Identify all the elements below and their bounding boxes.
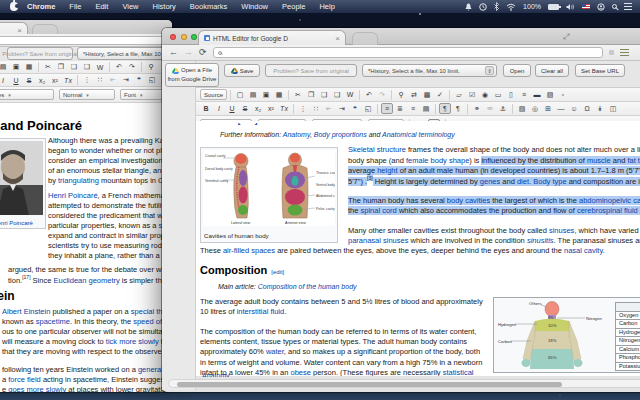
copy-icon[interactable]: ❐ <box>305 89 317 100</box>
paste-word-icon[interactable]: W <box>94 62 106 73</box>
image-button-icon[interactable]: ▨ <box>544 89 556 100</box>
textarea-icon[interactable]: ▯ <box>505 89 517 100</box>
undo-icon[interactable]: ↶ <box>113 62 125 73</box>
paste-text-icon[interactable]: ❑ <box>81 62 93 73</box>
scrollbar-thumb[interactable] <box>177 382 562 387</box>
cut-icon[interactable]: ✂ <box>42 62 54 73</box>
special-char-icon[interactable]: Ω <box>581 103 593 114</box>
underline-icon[interactable]: U <box>226 103 238 114</box>
volume-icon[interactable] <box>566 3 575 11</box>
outdent-icon[interactable]: ⇤ <box>107 75 119 86</box>
redo-icon[interactable]: ↷ <box>126 62 138 73</box>
remove-format-icon[interactable]: Tx <box>278 103 290 114</box>
strike-icon[interactable]: S <box>239 103 251 114</box>
select-field-icon[interactable]: ≡ <box>518 89 530 100</box>
checkbox-icon[interactable]: ☑ <box>466 89 478 100</box>
redo-icon[interactable]: ↷ <box>376 89 388 100</box>
reload-icon[interactable]: ⟳ <box>199 48 207 57</box>
bidi-rtl-icon[interactable]: ¶ <box>452 103 464 114</box>
smiley-icon[interactable]: ☺ <box>568 103 580 114</box>
find-icon[interactable]: ⚲ <box>145 62 157 73</box>
numbered-list-icon[interactable]: ⋮ <box>297 103 309 114</box>
clock-icon[interactable] <box>479 3 487 11</box>
bg-problem-save-button[interactable]: Problem? Save from original <box>7 47 73 60</box>
bg-history-select[interactable]: *History, Select a file, Max 10 limit. <box>77 47 167 60</box>
fg-new-tab-button[interactable] <box>352 32 378 45</box>
problem-save-original-button[interactable]: Problem? Save from original <box>265 64 357 77</box>
cut-icon[interactable]: ✂ <box>292 89 304 100</box>
templates-icon[interactable]: ▦ <box>273 89 285 100</box>
align-left-icon[interactable]: ≡ <box>381 103 393 114</box>
back-icon[interactable]: ← <box>169 48 178 57</box>
paste-text-icon[interactable]: ❑ <box>331 89 343 100</box>
justify-icon[interactable]: ▤ <box>420 103 432 114</box>
hidden-field-icon[interactable]: ▫ <box>557 89 569 100</box>
flash-icon[interactable]: ◎ <box>529 103 541 114</box>
spotlight-icon[interactable] <box>612 4 617 9</box>
forward-icon[interactable]: → <box>184 48 193 57</box>
open-file-drive-button[interactable]: Open a File from Google Drive <box>165 63 219 87</box>
paste-word-icon[interactable]: W <box>344 89 356 100</box>
new-page-icon[interactable]: ▢ <box>234 89 246 100</box>
preview-icon[interactable]: ▤ <box>0 62 9 73</box>
subscript-icon[interactable]: x₂ <box>252 103 264 114</box>
bold-icon[interactable]: B <box>200 103 212 114</box>
strike-icon[interactable]: S <box>23 75 35 86</box>
undo-icon[interactable]: ↶ <box>363 89 375 100</box>
editor-content[interactable]: Structure [edit] Further information: An… <box>196 121 640 376</box>
background-browser-window[interactable]: HTML Editor for Google Dri × Problem? Sa… <box>0 20 172 392</box>
notification-center-icon[interactable] <box>624 6 632 7</box>
bell-icon[interactable] <box>465 3 472 11</box>
bg-styles-dropdown[interactable]: Styles▾ <box>0 89 54 100</box>
tab-close-icon[interactable]: × <box>335 34 340 43</box>
fullscreen-icon[interactable]: ⤢ <box>563 32 569 42</box>
form-icon[interactable]: ▱ <box>453 89 465 100</box>
bluetooth-icon[interactable] <box>494 2 499 11</box>
clear-all-button[interactable]: Clear all <box>535 64 569 77</box>
set-base-url-button[interactable]: Set Base URL <box>575 64 625 77</box>
foreground-browser-window[interactable]: HTML Editor for Google D × ⤢ ← → ⟳ <box>162 28 640 392</box>
menu-people[interactable]: People <box>275 0 312 13</box>
print-icon[interactable]: ▣ <box>260 89 272 100</box>
minimize-window-button[interactable] <box>181 34 187 40</box>
preview-icon[interactable]: ▤ <box>247 89 259 100</box>
numbered-list-icon[interactable]: ⋮ <box>81 75 93 86</box>
blockquote-icon[interactable]: ❝ <box>133 75 145 86</box>
text-field-icon[interactable]: ▭ <box>492 89 504 100</box>
italic-icon[interactable]: I <box>213 103 225 114</box>
omnibox[interactable] <box>213 47 603 58</box>
clipped-link[interactable]: Anatomy <box>202 372 230 377</box>
edit-link[interactable]: [edit] <box>271 269 284 275</box>
battery-icon[interactable] <box>548 4 559 10</box>
iframe-icon[interactable]: ◫ <box>607 103 619 114</box>
fg-tab[interactable]: HTML Editor for Google D × <box>198 30 346 45</box>
bookmark-icon[interactable] <box>609 50 614 55</box>
chrome-menu-icon[interactable] <box>620 52 629 54</box>
outdent-icon[interactable]: ⇤ <box>323 103 335 114</box>
horizontal-rule-icon[interactable]: ― <box>555 103 567 114</box>
radio-icon[interactable]: ◉ <box>479 89 491 100</box>
wifi-icon[interactable] <box>506 3 516 11</box>
menu-history[interactable]: History <box>146 0 183 13</box>
menu-window[interactable]: Window <box>234 0 275 13</box>
copy-icon[interactable]: ❐ <box>55 62 67 73</box>
menu-view[interactable]: View <box>115 0 145 13</box>
bg-omnibox[interactable] <box>0 36 165 45</box>
find-icon[interactable]: ⚲ <box>395 89 407 100</box>
button-field-icon[interactable]: ▬ <box>531 89 543 100</box>
italic-icon[interactable]: I <box>0 75 9 86</box>
bullet-list-icon[interactable]: ∷ <box>310 103 322 114</box>
select-all-icon[interactable]: ▩ <box>421 89 433 100</box>
subscript-icon[interactable]: x₂ <box>36 75 48 86</box>
page-break-icon[interactable]: ↡ <box>594 103 606 114</box>
anchor-icon[interactable]: ⚓ <box>497 103 509 114</box>
input-language-flag-icon[interactable] <box>582 4 590 9</box>
blockquote-icon[interactable]: ❝ <box>349 103 361 114</box>
history-file-select[interactable]: *History, Select a file, Max 10 limit. ⇕ <box>362 64 497 77</box>
bg-format-dropdown[interactable]: Normal▾ <box>59 89 115 100</box>
paste-icon[interactable]: ❏ <box>318 89 330 100</box>
menu-bookmarks[interactable]: Bookmarks <box>183 0 235 13</box>
link-icon[interactable]: ⚭ <box>471 103 483 114</box>
menu-edit[interactable]: Edit <box>88 0 115 13</box>
horizontal-scrollbar[interactable] <box>168 379 640 388</box>
